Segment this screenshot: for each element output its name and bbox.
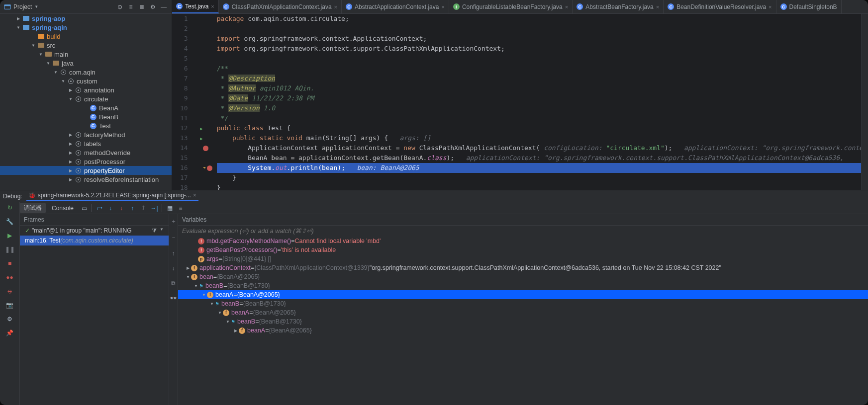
console-tab[interactable]: Console — [48, 204, 78, 213]
rerun-icon[interactable]: ↻ — [5, 203, 14, 212]
glasses-icon[interactable]: 👓 — [170, 295, 177, 302]
close-icon[interactable]: × — [334, 4, 337, 10]
tree-item-spring-aqin[interactable]: ▼spring-aqin — [0, 23, 172, 32]
editor-tab-beandefinitionvalueresolver-java[interactable]: CBeanDefinitionValueResolver.java× — [664, 0, 776, 13]
expand-all-icon[interactable]: ≡ — [127, 3, 135, 11]
tree-item-propertyeditor[interactable]: ▶propertyEditor — [0, 166, 172, 175]
breakpoints-icon[interactable]: ●● — [5, 273, 14, 282]
code-line-17[interactable]: } — [217, 173, 861, 183]
step-into-icon[interactable]: ↓ — [106, 204, 115, 213]
step-out-icon[interactable]: ↑ — [128, 204, 137, 213]
tree-item-circulate[interactable]: ▼circulate — [0, 94, 172, 103]
close-icon[interactable]: × — [769, 4, 772, 10]
editor-gutter[interactable]: 123456789101112131415161718 ▶▶ ➔ — [172, 14, 213, 190]
breakpoint-icon[interactable] — [207, 165, 212, 171]
expand-icon[interactable]: ▼ — [185, 275, 191, 279]
stack-frame[interactable]: main:16, Test (com.aqin.custom.circulate… — [20, 236, 169, 245]
code-line-18[interactable]: } — [217, 183, 861, 190]
expand-icon[interactable]: ▶ — [67, 160, 74, 164]
expand-icon[interactable]: ▼ — [217, 311, 223, 315]
expand-icon[interactable]: ▶ — [15, 16, 22, 21]
pause-icon[interactable]: ❚❚ — [5, 245, 14, 254]
tree-item-src[interactable]: ▼src — [0, 41, 172, 50]
code-line-2[interactable] — [217, 24, 861, 34]
expand-icon[interactable]: ▼ — [30, 43, 37, 48]
tree-item-resolvebeforeinstantiation[interactable]: ▶resolveBeforeInstantiation — [0, 175, 172, 184]
tree-item-beana[interactable]: CBeanA — [0, 103, 172, 112]
variable-bean[interactable]: ▼fbean = {BeanA@2065} — [178, 272, 868, 281]
pin-icon[interactable]: 📌 — [5, 328, 14, 337]
thread-selector[interactable]: ✓ "main"@1 in group "main": RUNNING ⧩ ▼ — [20, 226, 169, 236]
expand-icon[interactable]: ▼ — [201, 293, 207, 297]
expand-icon[interactable]: ▼ — [45, 61, 52, 66]
hide-icon[interactable]: — — [160, 3, 168, 11]
code-line-16[interactable]: System.out.println(bean); bean: BeanA@20… — [217, 163, 861, 173]
mute-breakpoints-icon[interactable]: ⦸ — [5, 287, 14, 296]
variable-mbd-getFactoryMethodName-[interactable]: !mbd.getFactoryMethodName() = Cannot fin… — [178, 237, 868, 245]
expand-icon[interactable]: ▶ — [67, 88, 74, 92]
tree-item-labels[interactable]: ▶labels — [0, 139, 172, 148]
evaluate-icon[interactable]: ▦ — [165, 204, 174, 213]
expand-icon[interactable]: ▼ — [60, 79, 67, 83]
filter-icon[interactable]: ⧩ — [152, 227, 157, 234]
modify-run-icon[interactable]: 🔧 — [5, 217, 14, 226]
tree-item-main[interactable]: ▼main — [0, 50, 172, 59]
code-line-14[interactable]: ApplicationContext applicationContext = … — [217, 143, 861, 153]
variable-beanB[interactable]: ▼⚑beanB = {BeanB@1730} — [178, 299, 868, 308]
expand-icon[interactable]: ▼ — [67, 97, 74, 101]
camera-icon[interactable]: 📷 — [5, 301, 14, 310]
resume-icon[interactable]: ▶ — [5, 231, 14, 240]
project-view-selector[interactable]: Project ▼ — [4, 3, 38, 10]
expand-icon[interactable]: ▼ — [37, 52, 44, 57]
expand-icon[interactable]: ▼ — [15, 25, 22, 30]
code-line-3[interactable]: import org.springframework.context.Appli… — [217, 34, 861, 44]
stop-icon[interactable]: ■ — [5, 259, 14, 268]
tree-item-com-aqin[interactable]: ▼com.aqin — [0, 68, 172, 77]
force-step-into-icon[interactable]: ↓ — [117, 204, 126, 213]
up-arrow-icon[interactable]: ↑ — [172, 250, 175, 257]
variable-beanB[interactable]: ▼⚑beanB = {BeanB@1730} — [178, 281, 868, 290]
editor-tabs[interactable]: CTest.java×CClassPathXmlApplicationConte… — [172, 0, 868, 14]
code-line-8[interactable]: * @Author aqin1012 AQin. — [217, 83, 861, 93]
run-gutter[interactable]: ▶▶ — [193, 14, 203, 190]
locate-icon[interactable]: ⊙ — [116, 3, 124, 11]
project-tree[interactable]: ▶spring-aop▼spring-aqinbuild▼src▼main▼ja… — [0, 14, 172, 190]
tree-item-methodoverride[interactable]: ▶methodOverride — [0, 148, 172, 157]
trace-icon[interactable]: ≡ — [176, 204, 185, 213]
expand-icon[interactable]: ▶ — [185, 266, 191, 270]
expand-icon[interactable]: ▼ — [225, 320, 231, 324]
debugger-tab[interactable]: 调试器 — [20, 203, 46, 213]
code-line-10[interactable]: * @Version 1.0 — [217, 103, 861, 113]
tree-item-java[interactable]: ▼java — [0, 59, 172, 68]
expand-icon[interactable]: ▶ — [233, 328, 239, 333]
close-icon[interactable]: × — [193, 192, 196, 199]
code-line-12[interactable]: public class Test { — [217, 123, 861, 133]
variable-beanB[interactable]: ▼⚑beanB = {BeanB@1730} — [178, 317, 868, 326]
variable-beanA[interactable]: ▼fbeanA = {BeanA@2065} — [178, 308, 868, 317]
variable-beanA[interactable]: ▼fbeanA = {BeanA@2065} — [178, 290, 868, 299]
variable-getBeanPostProcessors-[interactable]: !getBeanPostProcessors() = 'this' is not… — [178, 245, 868, 254]
close-icon[interactable]: × — [656, 4, 659, 10]
code-line-7[interactable]: * @Description — [217, 74, 861, 83]
tree-item-build[interactable]: build — [0, 32, 172, 41]
collapse-all-icon[interactable]: ≣ — [138, 3, 146, 11]
code-line-9[interactable]: * @Date 11/21/22 2:38 PM — [217, 93, 861, 103]
breakpoint-gutter[interactable]: ➔ — [203, 14, 213, 190]
copy-icon[interactable]: ⧉ — [171, 280, 176, 287]
variable-beanA[interactable]: ▶fbeanA = {BeanA@2065} — [178, 326, 868, 335]
tree-item-spring-aop[interactable]: ▶spring-aop — [0, 14, 172, 23]
expand-icon[interactable]: ▼ — [193, 284, 199, 288]
step-over-icon[interactable]: ⮣ — [95, 204, 104, 213]
tree-item-factorymethod[interactable]: ▶factoryMethod — [0, 130, 172, 139]
expand-icon[interactable]: ▼ — [52, 70, 59, 75]
down-arrow-icon[interactable]: ↓ — [172, 265, 175, 272]
close-icon[interactable]: × — [565, 4, 568, 10]
variables-body[interactable]: !mbd.getFactoryMethodName() = Cannot fin… — [178, 226, 868, 405]
thread-icon[interactable]: ▭ — [80, 204, 89, 213]
expand-icon[interactable]: ▼ — [209, 302, 215, 306]
variable-applicationContext[interactable]: ▶fapplicationContext = {ClassPathXmlAppl… — [178, 263, 868, 272]
editor-tab-abstractapplicationcontext-java[interactable]: CAbstractApplicationContext.java× — [342, 0, 449, 13]
tree-item-custom[interactable]: ▼custom — [0, 77, 172, 85]
breakpoint-icon[interactable] — [203, 146, 208, 151]
remove-watch-icon[interactable]: － — [171, 234, 177, 242]
